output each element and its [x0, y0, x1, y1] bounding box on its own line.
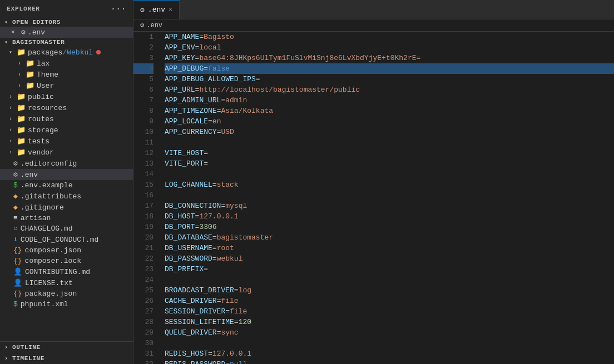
vendor-folder[interactable]: › 📁 vendor — [0, 147, 133, 158]
gitignore-label: .gitignore — [21, 203, 64, 212]
artisan-icon: ≡ — [13, 214, 18, 222]
timeline-section[interactable]: › TIMELINE — [0, 353, 133, 364]
bagistomaster-label: BAGISTOMASTER — [12, 39, 65, 46]
explorer-header-icons: ··· — [111, 4, 126, 13]
open-editor-env-label: .env — [28, 28, 45, 37]
outline-label: OUTLINE — [12, 344, 41, 351]
routes-folder[interactable]: › 📁 routes — [0, 113, 133, 124]
routes-label: routes — [28, 115, 54, 123]
env-example-label: .env.example — [21, 181, 73, 190]
gitignore-file[interactable]: ◆ .gitignore — [0, 202, 133, 213]
outline-chevron: › — [4, 345, 12, 351]
code-of-conduct-file[interactable]: ⬇ CODE_OF_CONDUCT.md — [0, 234, 133, 245]
env-tab[interactable]: ⚙ .env × — [133, 0, 180, 19]
storage-folder[interactable]: › 📁 storage — [0, 124, 133, 136]
code-line-18: DB_HOST=127.0.0.1 — [165, 211, 614, 222]
packages-webkul-folder[interactable]: ▾ 📁 packages /Webkul — [0, 47, 133, 58]
line-numbers: 1234567891011121314151617181920212223242… — [133, 32, 160, 364]
bagistomaster-chevron: ▾ — [4, 39, 12, 46]
tests-folder-icon: 📁 — [17, 137, 26, 146]
vendor-label: vendor — [28, 148, 54, 157]
webkul-label: /Webkul — [62, 48, 93, 57]
code-line-6: APP_URL=http://localhost/bagistomaster/p… — [165, 84, 614, 95]
code-line-20: DB_DATABASE=bagistomaster — [165, 232, 614, 243]
editor-body: 1234567891011121314151617181920212223242… — [133, 32, 614, 364]
code-line-29: QUEUE_DRIVER=sync — [165, 327, 614, 338]
composer-json-label: composer.json — [25, 246, 81, 255]
close-icon[interactable]: × — [11, 29, 18, 36]
code-line-10: APP_CURRENCY=USD — [165, 127, 614, 137]
editorconfig-file[interactable]: ⚙ .editorconfig — [0, 158, 133, 169]
tab-bar: ⚙ .env × — [133, 0, 614, 19]
license-label: LICENSE.txt — [25, 279, 73, 287]
code-line-5: APP_DEBUG_ALLOWED_IPS= — [165, 74, 614, 84]
package-json-file[interactable]: {} package.json — [0, 288, 133, 299]
theme-label: Theme — [37, 71, 58, 79]
env-file-label: .env — [21, 171, 38, 179]
user-folder[interactable]: › 📁 User — [0, 80, 133, 91]
gitattributes-file[interactable]: ◆ .gitattributes — [0, 191, 133, 202]
code-line-12: VITE_HOST= — [165, 148, 614, 158]
artisan-file[interactable]: ≡ artisan — [0, 213, 133, 223]
code-line-2: APP_ENV=local — [165, 42, 614, 53]
outline-section[interactable]: › OUTLINE — [0, 342, 133, 353]
code-line-14 — [165, 169, 614, 179]
code-line-31: REDIS_HOST=127.0.0.1 — [165, 348, 614, 359]
env-example-file[interactable]: $ .env.example — [0, 180, 133, 191]
env-tab-gear-icon: ⚙ — [21, 28, 26, 37]
code-line-16 — [165, 190, 614, 201]
timeline-label: TIMELINE — [12, 355, 44, 362]
user-label: User — [37, 82, 54, 90]
env-file[interactable]: ⚙ .env — [0, 169, 133, 180]
packages-chevron: ▾ — [9, 49, 17, 56]
code-of-conduct-label: CODE_OF_CONDUCT.md — [21, 236, 98, 244]
changelog-file[interactable]: ○ CHANGELOG.md — [0, 223, 133, 234]
resources-label: resources — [28, 104, 67, 112]
tests-folder[interactable]: › 📁 tests — [0, 136, 133, 147]
composer-json-file[interactable]: {} composer.json — [0, 245, 133, 256]
tests-chevron: › — [9, 138, 17, 144]
env-example-icon: $ — [13, 181, 18, 190]
contributing-label: CONTRIBUTING.md — [25, 268, 90, 276]
open-editor-env[interactable]: × ⚙ .env — [0, 27, 133, 38]
code-line-23: DB_PREFIX= — [165, 264, 614, 275]
artisan-label: artisan — [21, 214, 51, 222]
code-content[interactable]: APP_NAME=BagistoAPP_ENV=localAPP_KEY=bas… — [160, 32, 614, 364]
more-icon[interactable]: ··· — [111, 4, 126, 13]
env-tab-close[interactable]: × — [169, 6, 172, 14]
code-line-27: SESSION_DRIVER=file — [165, 306, 614, 317]
composer-json-icon: {} — [13, 246, 22, 255]
gitignore-icon: ◆ — [13, 203, 18, 212]
bagistomaster-section[interactable]: ▾ BAGISTOMASTER — [0, 38, 133, 47]
code-line-22: DB_PASSWORD=webkul — [165, 253, 614, 264]
vendor-folder-icon: 📁 — [17, 148, 26, 157]
code-line-28: SESSION_LIFETIME=120 — [165, 317, 614, 327]
user-folder-icon: 📁 — [26, 81, 34, 90]
phpunit-file[interactable]: $ phpunit.xml — [0, 299, 133, 310]
changelog-icon: ○ — [13, 225, 18, 233]
env-tab-label: .env — [148, 6, 165, 14]
code-line-17: DB_CONNECTION=mysql — [165, 201, 614, 211]
composer-lock-file[interactable]: {} composer.lock — [0, 256, 133, 266]
gitattributes-label: .gitattributes — [21, 192, 81, 201]
explorer-title: EXPLORER — [7, 6, 40, 12]
env-tab-icon: ⚙ — [140, 6, 145, 14]
theme-folder[interactable]: › 📁 Theme — [0, 69, 133, 80]
modified-badge — [96, 50, 101, 54]
editorconfig-icon: ⚙ — [13, 159, 18, 168]
contributing-file[interactable]: 👤 CONTRIBUTING.md — [0, 266, 133, 277]
gitattributes-icon: ◆ — [13, 192, 18, 201]
open-editors-label: OPEN EDITORS — [12, 19, 61, 26]
tests-label: tests — [28, 137, 49, 146]
editorconfig-label: .editorconfig — [21, 159, 77, 168]
theme-chevron: › — [18, 72, 26, 78]
open-editors-section[interactable]: ▾ OPEN EDITORS — [0, 18, 133, 27]
resources-folder[interactable]: › 📁 resources — [0, 102, 133, 113]
public-folder[interactable]: › 📁 public — [0, 91, 133, 102]
license-file[interactable]: 👤 LICENSE.txt — [0, 277, 133, 288]
code-line-3: APP_KEY=base64:8JHKps6UlTym1FuSlvMiSnj8e… — [165, 53, 614, 63]
lax-folder[interactable]: › 📁 lax — [0, 58, 133, 69]
lax-chevron: › — [18, 61, 26, 67]
public-chevron: › — [9, 94, 17, 100]
sidebar-content: ▾ OPEN EDITORS × ⚙ .env ▾ BAGISTOMASTER … — [0, 18, 133, 341]
